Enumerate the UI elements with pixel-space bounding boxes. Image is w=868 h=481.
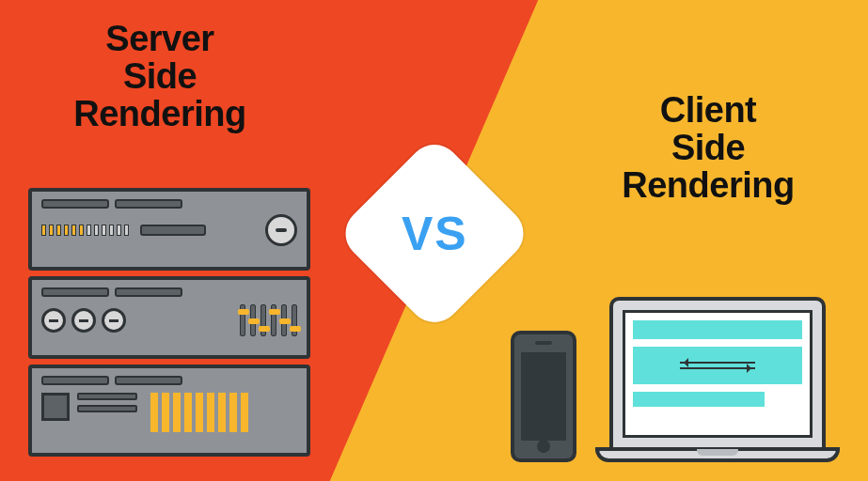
vs-badge: VS bbox=[334, 133, 533, 333]
knob-icon bbox=[41, 308, 66, 333]
server-unit bbox=[28, 365, 310, 457]
left-title: Server Side Rendering bbox=[38, 21, 282, 133]
arrow-right-icon bbox=[680, 367, 755, 369]
smartphone-icon bbox=[511, 331, 576, 462]
server-rack-icon bbox=[28, 188, 310, 462]
left-title-line: Server bbox=[38, 21, 282, 58]
right-title-line: Rendering bbox=[586, 167, 830, 205]
laptop-icon bbox=[595, 297, 840, 462]
vs-label: VS bbox=[401, 206, 467, 260]
arrow-left-icon bbox=[680, 362, 755, 364]
right-title: Client Side Rendering bbox=[586, 92, 830, 205]
knob-icon bbox=[71, 308, 96, 333]
knob-icon bbox=[102, 308, 126, 333]
right-title-line: Client bbox=[586, 92, 830, 130]
power-button-icon bbox=[265, 214, 297, 246]
client-devices bbox=[511, 297, 840, 462]
server-unit bbox=[28, 188, 310, 271]
left-title-line: Side bbox=[38, 58, 282, 96]
right-title-line: Side bbox=[586, 130, 830, 167]
server-unit bbox=[28, 276, 310, 359]
left-title-line: Rendering bbox=[38, 96, 282, 133]
comparison-diagram: Server Side Rendering Client Side Render… bbox=[0, 0, 868, 481]
